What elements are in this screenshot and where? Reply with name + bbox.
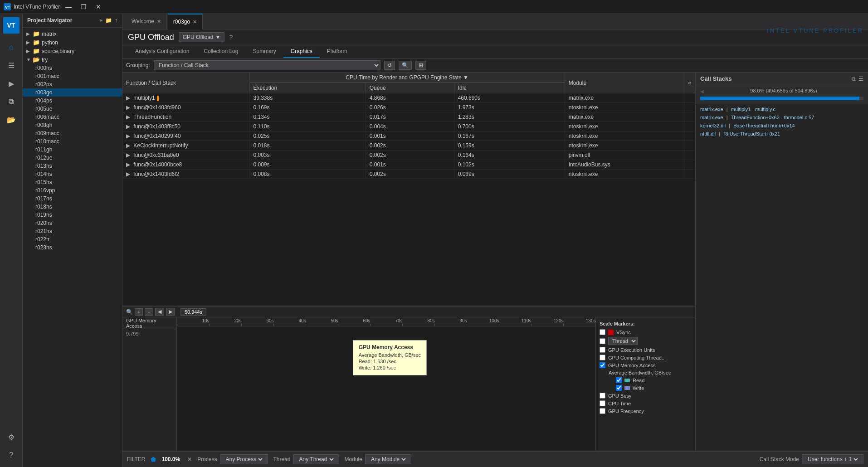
nav-item-r021hs[interactable]: r021hs: [23, 227, 122, 235]
row-expand-3[interactable]: ▶: [126, 123, 130, 130]
scale-gpu-exec-checkbox[interactable]: [600, 347, 605, 353]
scale-thread-select[interactable]: Thread: [608, 337, 638, 345]
filter-icon[interactable]: ⬟: [151, 456, 156, 463]
nav-add-icon[interactable]: +: [99, 17, 102, 24]
tab-summary[interactable]: Summary: [245, 45, 283, 58]
toolbar-help-button[interactable]: ?: [229, 34, 233, 41]
nav-item-r017hs[interactable]: r017hs: [23, 195, 122, 203]
progress-left-arrow[interactable]: ◀: [700, 89, 704, 94]
profile-dropdown[interactable]: GPU Offload ▼: [179, 32, 225, 42]
table-row-2[interactable]: ▶ ThreadFunction 0.134s 0.017s 1.283s ma…: [122, 112, 695, 122]
nav-item-r012ue[interactable]: r012ue: [23, 154, 122, 162]
scale-vsync-checkbox[interactable]: [600, 329, 605, 335]
grouping-filter-button[interactable]: ⊞: [415, 61, 426, 70]
tab-graphics[interactable]: Graphics: [283, 45, 320, 58]
call-stack-item-2[interactable]: kernel32.dll | BaseThreadInitThunk+0x14: [696, 122, 868, 130]
scale-gpu-freq-checkbox[interactable]: [600, 408, 605, 414]
nav-item-r002ps[interactable]: r002ps: [23, 80, 122, 88]
filter-thread-select[interactable]: Any Thread: [297, 456, 335, 463]
row-expand-2[interactable]: ▶: [126, 114, 130, 120]
call-stacks-copy-icon[interactable]: ⧉: [852, 76, 856, 82]
row-expand-6[interactable]: ▶: [126, 152, 130, 158]
play-icon[interactable]: ▶: [3, 75, 20, 92]
table-row-6[interactable]: ▶ func@0xc31ba0e0 0.003s 0.002s 0.164s p…: [122, 151, 695, 160]
call-stack-item-3[interactable]: ntdll.dll | RtlUserThreadStart+0x21: [696, 130, 868, 138]
table-row-5[interactable]: ▶ KeClockInterruptNotify 0.018s 0.002s 0…: [122, 141, 695, 151]
nav-item-r006macc[interactable]: r006macc: [23, 113, 122, 121]
row-expand-8[interactable]: ▶: [126, 171, 130, 177]
scale-gpu-memory-checkbox[interactable]: [600, 362, 605, 368]
filter-module-dropdown[interactable]: Any Module: [365, 454, 411, 464]
filter-module-select[interactable]: Any Module: [369, 456, 407, 463]
row-expand-1[interactable]: ▶: [126, 104, 130, 111]
table-row-3[interactable]: ▶ func@0x1403f8c50 0.110s 0.004s 0.700s …: [122, 122, 695, 131]
tab-r003go[interactable]: r003go ✕: [168, 14, 203, 29]
settings-icon[interactable]: ⚙: [3, 429, 20, 445]
call-stack-mode-select[interactable]: User functions + 1: [806, 456, 859, 463]
nav-item-r008gh[interactable]: r008gh: [23, 121, 122, 129]
nav-item-r016vpp[interactable]: r016vpp: [23, 186, 122, 195]
row-expand-0[interactable]: ▶: [126, 95, 130, 101]
grouping-select[interactable]: Function / Call Stack: [154, 60, 380, 70]
timeline-next-button[interactable]: ▶: [166, 308, 175, 316]
nav-item-r010macc[interactable]: r010macc: [23, 137, 122, 146]
tab-analysis-config[interactable]: Analysis Configuration: [128, 45, 196, 58]
scale-thread-checkbox[interactable]: [600, 338, 605, 344]
nav-item-matrix[interactable]: ▶ 📁 matrix: [23, 29, 122, 38]
close-button[interactable]: ✕: [93, 3, 104, 10]
nav-item-r004ps[interactable]: r004ps: [23, 97, 122, 105]
nav-item-r020hs[interactable]: r020hs: [23, 219, 122, 227]
nav-item-r014hs[interactable]: r014hs: [23, 170, 122, 178]
nav-item-r018hs[interactable]: r018hs: [23, 203, 122, 211]
scale-cpu-time-checkbox[interactable]: [600, 400, 605, 406]
call-stack-item-1[interactable]: matrix.exe | ThreadFunction+0x63 - thrmo…: [696, 113, 868, 122]
nav-item-r009macc[interactable]: r009macc: [23, 129, 122, 137]
scale-write-checkbox[interactable]: [616, 385, 622, 391]
nav-item-r019hs[interactable]: r019hs: [23, 211, 122, 219]
tab-platform[interactable]: Platform: [320, 45, 355, 58]
nav-item-r011gh[interactable]: r011gh: [23, 146, 122, 154]
filter-process-dropdown[interactable]: Any Process: [220, 454, 268, 464]
scale-gpu-compute-checkbox[interactable]: [600, 355, 605, 360]
grouping-search-button[interactable]: 🔍: [399, 61, 412, 70]
tab-welcome-close[interactable]: ✕: [157, 19, 161, 24]
folder-open-icon[interactable]: 📂: [3, 112, 20, 128]
nav-item-r023hs[interactable]: r023hs: [23, 243, 122, 252]
nav-item-r005ue[interactable]: r005ue: [23, 105, 122, 113]
collapse-icon[interactable]: «: [688, 80, 691, 86]
nav-item-try[interactable]: ▼ 📂 try: [23, 55, 122, 64]
nav-item-r003go[interactable]: r003go: [23, 88, 122, 97]
compare-icon[interactable]: ⧉: [3, 93, 20, 110]
table-row-0[interactable]: ▶ multiply1 39.338s 4.868s 460.690s matr…: [122, 93, 695, 103]
filter-process-select[interactable]: Any Process: [224, 456, 264, 463]
tab-collection-log[interactable]: Collection Log: [196, 45, 245, 58]
nav-folder-icon[interactable]: 📁: [105, 17, 112, 24]
table-row-1[interactable]: ▶ func@0x1403fd960 0.169s 0.026s 1.973s …: [122, 103, 695, 112]
timeline-zoom-in-button[interactable]: +: [135, 308, 143, 316]
row-expand-4[interactable]: ▶: [126, 133, 130, 139]
tab-r003go-close[interactable]: ✕: [193, 19, 197, 25]
nav-item-r013hs[interactable]: r013hs: [23, 162, 122, 170]
table-row-4[interactable]: ▶ func@0x140299f40 0.025s 0.001s 0.167s …: [122, 131, 695, 141]
nav-item-r015hs[interactable]: r015hs: [23, 178, 122, 186]
minimize-button[interactable]: —: [63, 3, 74, 10]
table-row-8[interactable]: ▶ func@0x1403fd6f2 0.008s 0.002s 0.089s …: [122, 170, 695, 179]
nav-item-r000hs[interactable]: r000hs: [23, 64, 122, 72]
nav-item-r022tr[interactable]: r022tr: [23, 235, 122, 243]
filter-thread-dropdown[interactable]: Any Thread: [293, 454, 339, 464]
filter-clear-button[interactable]: ✕: [187, 456, 192, 462]
grouping-reset-button[interactable]: ↺: [384, 61, 395, 70]
nav-item-python[interactable]: ▶ 📁 python: [23, 38, 122, 47]
row-expand-5[interactable]: ▶: [126, 142, 130, 149]
call-stacks-menu-icon[interactable]: ☰: [858, 76, 863, 82]
timeline-chart[interactable]: 0s10s20s30s40s50s60s70s80s90s100s110s120…: [177, 317, 595, 451]
menu-icon[interactable]: ☰: [3, 57, 20, 73]
nav-export-icon[interactable]: ↑: [115, 17, 117, 24]
home-icon[interactable]: ⌂: [3, 39, 20, 55]
call-stack-item-0[interactable]: matrix.exe | multiply1 - multiply.c: [696, 105, 868, 113]
scale-read-checkbox[interactable]: [616, 377, 622, 383]
tab-welcome[interactable]: Welcome ✕: [126, 14, 167, 29]
restore-button[interactable]: ❐: [78, 3, 89, 10]
timeline-prev-button[interactable]: ◀: [155, 308, 164, 316]
row-expand-7[interactable]: ▶: [126, 161, 130, 168]
